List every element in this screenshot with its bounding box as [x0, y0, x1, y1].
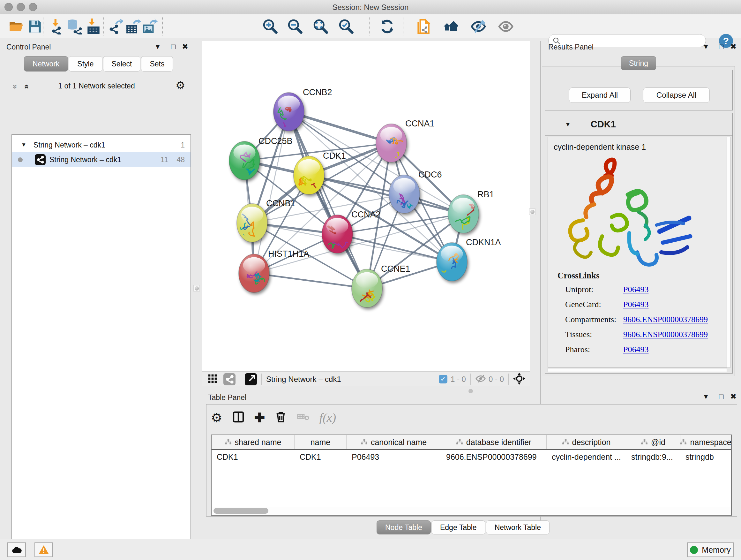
network-options-gear-icon[interactable]: ⚙ — [176, 80, 185, 91]
selected-checkbox-icon[interactable]: ✓ — [439, 375, 448, 383]
column-header-label: namespace — [690, 438, 731, 447]
memory-button[interactable]: Memory — [687, 543, 734, 557]
table-cell[interactable]: stringdb:9... — [626, 450, 680, 464]
network-node-ccnb1[interactable] — [237, 204, 267, 242]
network-node-cdc25b[interactable] — [229, 141, 260, 180]
table-cell[interactable]: CDK1 — [294, 450, 347, 464]
show-all-icon[interactable] — [498, 18, 514, 35]
left-splitter-handle[interactable] — [193, 285, 200, 292]
clone-network-icon[interactable] — [415, 18, 431, 35]
home-network-icon[interactable] — [442, 18, 458, 35]
control-panel-float-icon[interactable]: □ — [171, 42, 176, 51]
collapse-all-button[interactable]: Collapse All — [643, 87, 710, 103]
column-header-database-identifier[interactable]: database identifier — [441, 435, 547, 449]
crosslink-link[interactable]: 9606.ENSP00000378699 — [623, 315, 708, 324]
network-node-ccne1[interactable] — [352, 269, 382, 307]
import-network-from-database-icon[interactable] — [66, 18, 82, 35]
export-image-icon[interactable] — [142, 18, 158, 35]
network-canvas[interactable]: CCNB2CCNA1CDC25BCDK1CDC6RB1CCNB1CCNA2CDK… — [202, 41, 530, 371]
zoom-out-icon[interactable] — [287, 18, 303, 35]
delete-column-icon[interactable] — [274, 411, 287, 425]
show-columns-icon[interactable] — [232, 411, 245, 425]
hide-selected-icon[interactable] — [470, 18, 486, 35]
network-edge[interactable] — [289, 112, 391, 143]
column-header-shared-name[interactable]: shared name — [212, 435, 294, 449]
right-splitter-handle[interactable] — [529, 208, 536, 215]
results-panel-menu-icon[interactable]: ▾ — [704, 42, 708, 51]
network-node-ccnb2[interactable] — [273, 92, 304, 134]
section-collapse-icon[interactable]: ▼ — [565, 121, 571, 128]
network-badge-icon[interactable] — [223, 373, 235, 385]
network-node-hist1h1a[interactable] — [239, 254, 270, 293]
horizontal-splitter-handle[interactable] — [468, 389, 473, 393]
table-cell[interactable]: stringdb — [680, 450, 731, 464]
results-panel-close-icon[interactable]: ✖ — [730, 42, 737, 51]
network-node-ccna1[interactable] — [376, 124, 407, 162]
zoom-fit-icon[interactable] — [313, 18, 329, 35]
crosslink-link[interactable]: P06493 — [623, 300, 649, 309]
table-cell[interactable]: 9606.ENSP00000378699 — [441, 450, 547, 464]
network-node-cdkn1a[interactable] — [429, 243, 467, 281]
hidden-eye-icon[interactable] — [475, 373, 486, 385]
table-row[interactable]: CDK1CDK1P064939606.ENSP00000378699cyclin… — [212, 450, 731, 464]
column-header-name[interactable]: name — [294, 435, 347, 449]
table-options-gear-icon[interactable]: ⚙ — [211, 412, 222, 423]
import-network-icon[interactable] — [49, 18, 65, 35]
table-panel-close-icon[interactable]: ✖ — [730, 392, 737, 401]
node-label-cdc25b: CDC25B — [259, 136, 293, 146]
birds-eye-view-icon[interactable] — [513, 373, 525, 386]
network-node-cdc6[interactable] — [389, 175, 420, 213]
control-panel-close-icon[interactable]: ✖ — [182, 42, 188, 51]
tab-node-table[interactable]: Node Table — [377, 520, 431, 535]
refresh-icon[interactable] — [379, 18, 395, 35]
column-header-description[interactable]: description — [547, 435, 626, 449]
warning-button[interactable] — [35, 543, 53, 557]
network-edge[interactable] — [254, 273, 367, 288]
results-tab-string[interactable]: String — [621, 56, 656, 70]
network-tree-root-row[interactable]: ▼ String Network – cdk1 1 — [12, 138, 191, 152]
network-edge[interactable] — [289, 112, 367, 288]
add-column-icon[interactable]: ✚ — [254, 410, 265, 425]
results-horizontal-scrollbar[interactable] — [548, 368, 727, 372]
crosslink-link[interactable]: P06493 — [623, 285, 649, 294]
grid-view-icon[interactable] — [207, 374, 218, 385]
open-session-icon[interactable] — [8, 18, 24, 35]
scrollbar-thumb[interactable] — [213, 508, 268, 514]
table-panel-float-icon[interactable]: □ — [719, 392, 724, 401]
column-header--id[interactable]: @id — [626, 435, 680, 449]
zoom-in-icon[interactable] — [262, 18, 278, 35]
crosslink-link[interactable]: 9606.ENSP00000378699 — [623, 330, 708, 339]
crosslink-link[interactable]: P06493 — [623, 345, 649, 354]
tab-network[interactable]: Network — [24, 56, 68, 71]
column-header-canonical-name[interactable]: canonical name — [347, 435, 441, 449]
table-horizontal-scrollbar[interactable] — [212, 507, 731, 514]
tree-expander-icon[interactable]: ▼ — [21, 142, 26, 148]
save-session-icon[interactable] — [27, 18, 43, 35]
zoom-selected-icon[interactable] — [338, 18, 354, 35]
table-cell[interactable]: P06493 — [347, 450, 441, 464]
network-tree-child-row[interactable]: String Network – cdk1 11 48 — [12, 152, 191, 167]
node-section-header[interactable]: ▼ CDK1 — [545, 113, 732, 136]
open-view-icon[interactable] — [245, 373, 257, 385]
table-panel-title: Table Panel — [208, 393, 246, 402]
table-panel-menu-icon[interactable]: ▾ — [704, 392, 708, 401]
tab-select[interactable]: Select — [103, 56, 141, 71]
cloud-button[interactable] — [7, 543, 26, 557]
tab-network-table[interactable]: Network Table — [486, 520, 549, 535]
control-panel-menu-icon[interactable]: ▾ — [156, 42, 159, 51]
export-network-icon[interactable] — [107, 18, 123, 35]
crosslinks-list: Uniprot:P06493GeneCard:P06493Compartment… — [557, 285, 717, 360]
export-table-icon[interactable] — [125, 18, 141, 35]
tab-sets[interactable]: Sets — [141, 56, 173, 71]
tab-edge-table[interactable]: Edge Table — [431, 520, 485, 535]
network-node-rb1[interactable] — [448, 195, 479, 233]
table-cell[interactable]: cyclin-dependent ... — [547, 450, 626, 464]
column-header-namespace[interactable]: namespace — [680, 435, 731, 449]
tab-style[interactable]: Style — [69, 56, 102, 71]
expand-all-button[interactable]: Expand All — [569, 87, 630, 103]
table-cell[interactable]: CDK1 — [212, 450, 294, 464]
import-table-icon[interactable] — [85, 18, 102, 35]
network-node-ccna2[interactable] — [322, 215, 353, 253]
results-vertical-scrollbar[interactable] — [727, 137, 731, 368]
results-panel-float-icon[interactable]: □ — [719, 42, 724, 51]
